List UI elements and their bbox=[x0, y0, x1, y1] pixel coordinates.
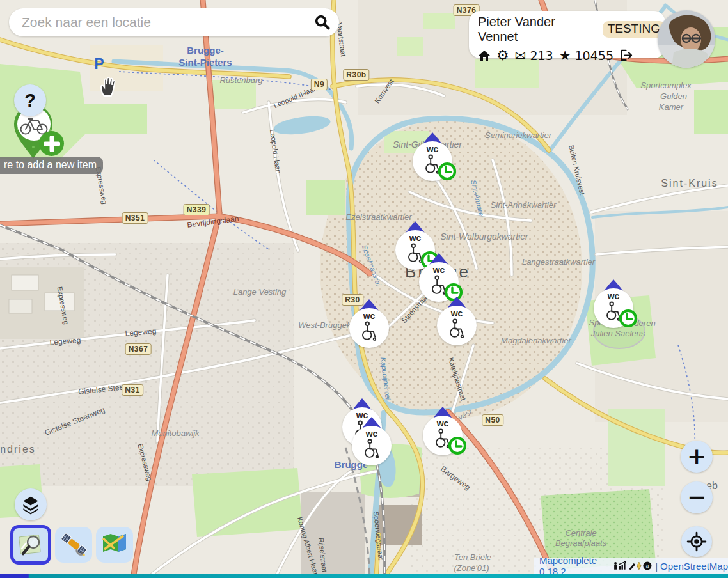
opening-hours-clock-icon bbox=[438, 162, 457, 181]
opening-hours-clock-icon bbox=[448, 436, 467, 455]
wheelchair-icon bbox=[362, 438, 381, 459]
wc-marker-label: wc bbox=[409, 233, 422, 242]
zoom-out-button[interactable]: − bbox=[681, 481, 713, 513]
wc-map-pin[interactable]: wc bbox=[423, 416, 463, 455]
help-button[interactable]: ? bbox=[14, 84, 46, 116]
wc-map-pin[interactable]: wc bbox=[437, 306, 477, 345]
search-input[interactable] bbox=[20, 14, 310, 31]
wc-map-pin[interactable]: wc bbox=[413, 141, 452, 181]
zoom-in-button[interactable]: + bbox=[681, 441, 713, 473]
wc-marker-circle: wc bbox=[437, 306, 477, 345]
progress-strip bbox=[0, 574, 728, 578]
wc-marker-label: wc bbox=[366, 429, 378, 438]
wc-marker-label: wc bbox=[608, 292, 620, 301]
osm-carto-icon bbox=[17, 531, 45, 559]
plus-icon bbox=[44, 136, 60, 152]
search-button[interactable] bbox=[310, 10, 335, 35]
geolocate-button[interactable] bbox=[681, 526, 712, 557]
map-icon bbox=[100, 531, 129, 559]
envelope-icon: ✉ bbox=[515, 48, 526, 63]
wc-marker-circle: wc bbox=[352, 426, 392, 465]
map-markers: wc w bbox=[0, 0, 728, 578]
mapcomplete-app: PBrugge-Sint-PietersRustenburgVaartstraa… bbox=[0, 0, 728, 578]
attribution-icons: a bbox=[613, 560, 653, 572]
plus-icon: + bbox=[687, 445, 706, 468]
testing-badge: TESTING bbox=[603, 21, 665, 38]
user-avatar[interactable] bbox=[658, 10, 715, 68]
stars-count: 10455 bbox=[575, 49, 613, 63]
wc-marker-label: wc bbox=[433, 265, 445, 274]
openstreetmap-link[interactable]: OpenStreetMap bbox=[660, 561, 728, 572]
stars-button[interactable]: ★ 10455 bbox=[559, 48, 613, 63]
search-icon bbox=[313, 13, 331, 32]
tooltip-text: re to add a new item bbox=[4, 159, 97, 171]
wc-marker-label: wc bbox=[363, 311, 376, 320]
user-panel: Pieter Vander Vennet TESTING ⚙ ✉ 213 ★ 1… bbox=[469, 11, 665, 58]
minus-icon: − bbox=[687, 486, 706, 509]
wc-map-pin[interactable]: wc bbox=[594, 288, 633, 328]
help-label: ? bbox=[24, 90, 36, 111]
wc-marker-label: wc bbox=[427, 144, 439, 153]
logout-icon[interactable] bbox=[619, 49, 633, 62]
layers-button[interactable] bbox=[15, 488, 47, 520]
add-item-tooltip: re to add a new item bbox=[0, 157, 103, 174]
wc-marker-label: wc bbox=[451, 309, 463, 318]
satellite-icon bbox=[59, 531, 88, 559]
add-item-plus-button[interactable] bbox=[39, 131, 64, 156]
wc-map-pin[interactable]: wc bbox=[352, 426, 392, 465]
gear-icon[interactable]: ⚙ bbox=[496, 47, 509, 63]
crosshair-icon bbox=[685, 530, 708, 553]
wheelchair-icon bbox=[447, 318, 466, 339]
basemap-map-button[interactable] bbox=[96, 527, 133, 563]
wc-marker-label: wc bbox=[437, 419, 449, 428]
basemap-osm-button[interactable] bbox=[10, 525, 51, 565]
wheelchair-icon bbox=[360, 320, 379, 341]
user-name: Pieter Vander Vennet bbox=[478, 15, 597, 44]
wc-map-pin[interactable]: wc bbox=[349, 308, 389, 348]
messages-count: 213 bbox=[530, 49, 553, 63]
opening-hours-clock-icon bbox=[619, 309, 638, 328]
star-icon: ★ bbox=[559, 48, 571, 63]
search-bar bbox=[9, 8, 339, 36]
home-icon[interactable] bbox=[478, 49, 491, 62]
attribution-bar: Mapcomplete 0.18.2 a | OpenStreetMap bbox=[534, 558, 728, 574]
svg-text:a: a bbox=[646, 563, 649, 569]
basemap-satellite-button[interactable] bbox=[55, 527, 92, 563]
layers-icon bbox=[20, 494, 42, 515]
attribution-separator: | bbox=[655, 561, 658, 572]
messages-button[interactable]: ✉ 213 bbox=[515, 48, 553, 63]
wc-marker-circle: wc bbox=[349, 308, 389, 348]
